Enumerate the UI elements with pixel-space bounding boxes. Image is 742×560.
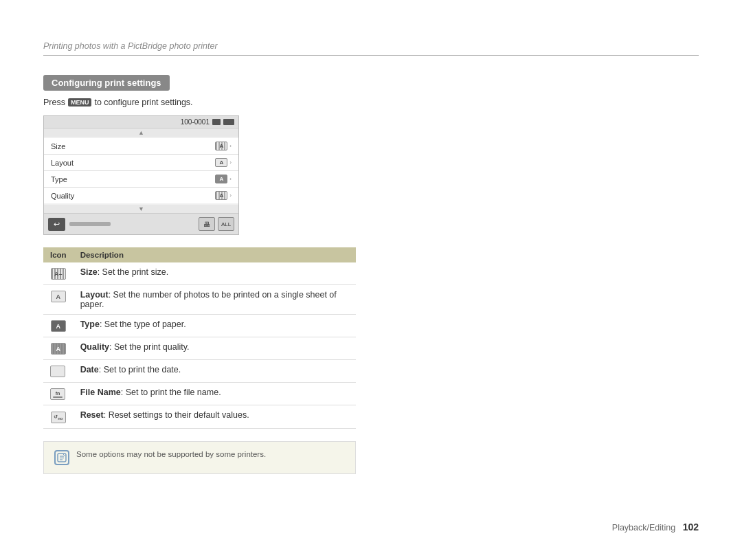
footer-page-number: 102: [683, 522, 699, 533]
type-rest: : Set the type of paper.: [100, 320, 186, 329]
print-icons: 🖶 ALL: [199, 217, 234, 231]
date-rest: : Set to print the date.: [99, 365, 181, 374]
reset-bold: Reset: [80, 410, 104, 420]
screen-row-size-value: A ›: [215, 142, 232, 150]
type-bold: Type: [80, 320, 100, 329]
layout-bold: Layout: [80, 290, 109, 300]
screen-row-quality-value: A ›: [215, 191, 232, 200]
table-row: A– Size: Set the print size.: [43, 262, 356, 285]
date-bold: Date: [80, 365, 99, 374]
quality-desc-cell: Quality: Set the print quality.: [74, 337, 356, 360]
col-icon-header: Icon: [43, 247, 74, 262]
filename-desc-cell: File Name: Set to print the file name.: [74, 383, 356, 405]
filename-bold: File Name: [80, 388, 121, 397]
scroll-down-indicator: ▼: [44, 205, 238, 213]
layout-desc-cell: Layout: Set the number of photos to be p…: [74, 285, 356, 315]
size-bold: Size: [80, 267, 98, 277]
top-title-bar: Printing photos with a PictBridge photo …: [43, 41, 699, 56]
note-svg-icon: [57, 453, 67, 462]
size-table-icon: A–: [51, 268, 66, 280]
quality-rest: : Set the print quality.: [109, 342, 190, 352]
table-row: Date: Set to print the date.: [43, 360, 356, 383]
screen-row-type-value: A ›: [215, 175, 232, 183]
press-suffix: to configure print settings.: [94, 98, 192, 107]
page: Printing photos with a PictBridge photo …: [0, 0, 742, 560]
print-all-icon: ALL: [218, 217, 234, 231]
date-table-icon: [50, 366, 65, 377]
table-header-row: Icon Description: [43, 247, 356, 262]
type-desc-cell: Type: Set the type of paper.: [74, 315, 356, 337]
type-table-icon: A: [51, 320, 66, 332]
quality-bold: Quality: [80, 342, 109, 352]
filename-icon-cell: fn: [43, 383, 74, 405]
filename-rest: : Set to print the file name.: [121, 388, 221, 397]
note-box: Some options may not be supported by som…: [43, 441, 356, 474]
info-table: Icon Description A– Size: Set the print …: [43, 247, 356, 429]
reset-icon-cell: ↺no: [43, 405, 74, 429]
filename-table-icon: fn: [50, 388, 65, 400]
back-button[interactable]: ↩: [48, 218, 65, 231]
screen-row-size-label: Size: [51, 142, 215, 150]
type-icon: A: [215, 175, 227, 183]
screen-row-size: Size A ›: [44, 138, 238, 155]
top-title: Printing photos with a PictBridge photo …: [43, 41, 218, 51]
table-row: fn File Name: Set to print the file name…: [43, 383, 356, 405]
screen-battery-icon: [223, 119, 234, 125]
section-heading: Configuring print settings: [43, 75, 170, 91]
size-rest: : Set the print size.: [98, 267, 169, 277]
back-arrow-icon: ↩: [54, 220, 60, 229]
screen-row-quality-label: Quality: [51, 192, 215, 200]
print-icon: 🖶: [199, 217, 215, 231]
screen-row-type-label: Type: [51, 175, 215, 183]
size-icon-cell: A–: [43, 262, 74, 285]
camera-screen-header: 100-0001: [44, 116, 238, 128]
press-instruction: Press MENU to configure print settings.: [43, 98, 699, 107]
screen-row-quality: Quality A ›: [44, 188, 238, 203]
layout-table-icon: A: [51, 291, 66, 302]
reset-table-icon: ↺no: [51, 412, 66, 423]
scroll-up-indicator: ▲: [44, 128, 238, 137]
screen-nav-bar: ↩ 🖶 ALL: [44, 213, 238, 234]
screen-menu-rows: Size A › Layout A › Type A ›: [44, 137, 238, 205]
layout-rest: : Set the number of photos to be printed…: [80, 290, 337, 309]
layout-chevron: ›: [229, 159, 232, 166]
screen-row-layout: Layout A ›: [44, 155, 238, 171]
screen-row-layout-value: A ›: [215, 158, 232, 167]
quality-icon-cell: A: [43, 337, 74, 360]
press-prefix: Press: [43, 98, 65, 107]
menu-badge: MENU: [68, 98, 92, 107]
table-row: ↺no Reset: Reset settings to their defau…: [43, 405, 356, 429]
note-text: Some options may not be supported by som…: [76, 450, 266, 458]
date-desc-cell: Date: Set to print the date.: [74, 360, 356, 383]
col-desc-header: Description: [74, 247, 356, 262]
layout-icon: A: [215, 158, 227, 167]
size-icon: A: [215, 142, 227, 150]
layout-icon-cell: A: [43, 285, 74, 315]
footer: Playback/Editing 102: [612, 522, 699, 533]
file-number: 100-0001: [181, 118, 210, 126]
quality-table-icon: A: [51, 343, 66, 355]
screen-mode-icon: [212, 119, 221, 125]
note-icon: [54, 450, 69, 465]
size-chevron: ›: [229, 143, 232, 149]
table-row: A Layout: Set the number of photos to be…: [43, 285, 356, 315]
reset-rest: : Reset settings to their default values…: [104, 410, 249, 420]
quality-chevron: ›: [229, 192, 232, 199]
date-icon-cell: [43, 360, 74, 383]
type-chevron: ›: [229, 176, 232, 182]
ok-button[interactable]: [69, 222, 111, 226]
table-row: A Quality: Set the print quality.: [43, 337, 356, 360]
reset-desc-cell: Reset: Reset settings to their default v…: [74, 405, 356, 429]
type-icon-cell: A: [43, 315, 74, 337]
table-row: A Type: Set the type of paper.: [43, 315, 356, 337]
camera-screen: 100-0001 ▲ Size A › Layout A › Type: [43, 115, 239, 235]
footer-label: Playback/Editing: [612, 523, 675, 533]
quality-icon: A: [215, 191, 227, 200]
size-desc-cell: Size: Set the print size.: [74, 262, 356, 285]
screen-row-type: Type A ›: [44, 171, 238, 188]
screen-row-layout-label: Layout: [51, 159, 215, 167]
